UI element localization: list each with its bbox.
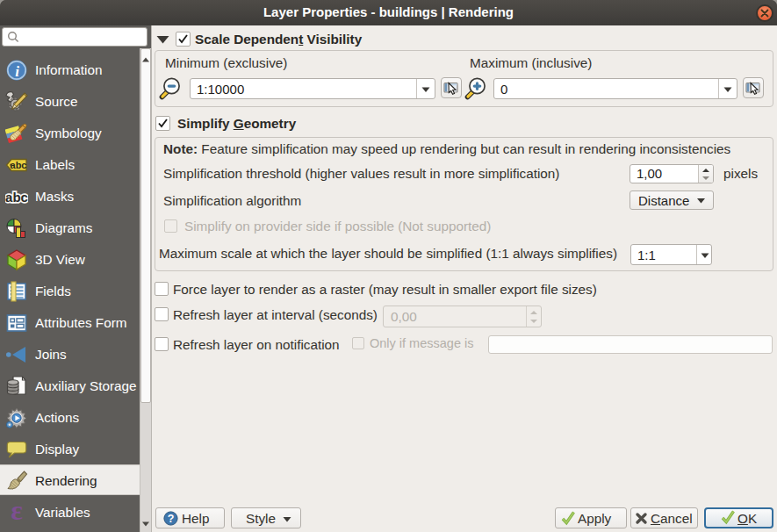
svg-text:?: ? [168,513,175,525]
svg-text:abc: abc [5,189,28,204]
svg-text:ε: ε [11,501,23,524]
svg-text:abc: abc [11,160,27,170]
svg-text:i: i [15,62,19,79]
